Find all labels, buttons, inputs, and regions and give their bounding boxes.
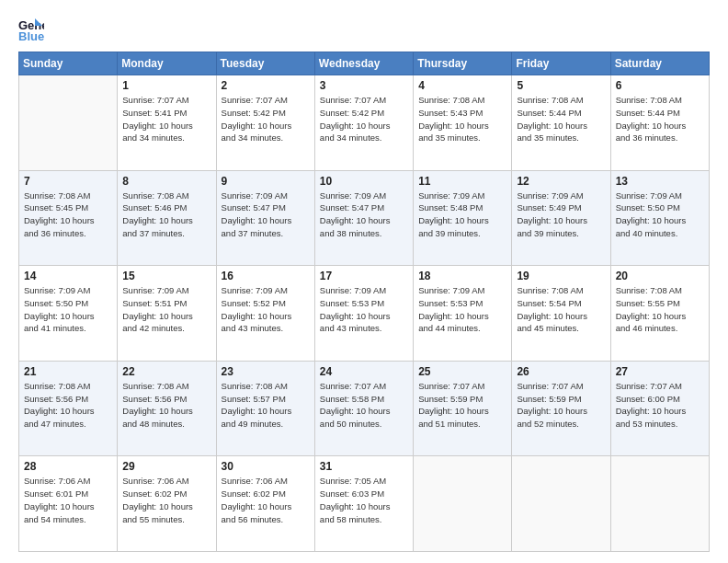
- day-number: 4: [418, 79, 506, 92]
- day-info: Sunrise: 7:07 AM Sunset: 5:42 PM Dayligh…: [320, 94, 408, 144]
- day-number: 31: [320, 460, 408, 473]
- day-info: Sunrise: 7:07 AM Sunset: 6:00 PM Dayligh…: [616, 380, 704, 431]
- calendar-row-3: 14Sunrise: 7:09 AM Sunset: 5:50 PM Dayli…: [19, 266, 710, 362]
- calendar-cell: 7Sunrise: 7:08 AM Sunset: 5:45 PM Daylig…: [19, 170, 118, 266]
- day-number: 2: [222, 79, 310, 92]
- weekday-header-friday: Friday: [512, 52, 610, 75]
- page: General Blue SundayMondayTuesdayWednesda…: [0, 0, 728, 563]
- day-info: Sunrise: 7:09 AM Sunset: 5:50 PM Dayligh…: [24, 284, 112, 335]
- calendar-row-4: 21Sunrise: 7:08 AM Sunset: 5:56 PM Dayli…: [19, 361, 710, 456]
- calendar-cell: 2Sunrise: 7:07 AM Sunset: 5:42 PM Daylig…: [216, 75, 314, 171]
- weekday-header-sunday: Sunday: [19, 52, 118, 75]
- day-number: 30: [222, 460, 310, 473]
- calendar-cell: [610, 456, 709, 552]
- day-info: Sunrise: 7:08 AM Sunset: 5:44 PM Dayligh…: [616, 94, 704, 144]
- day-info: Sunrise: 7:06 AM Sunset: 6:02 PM Dayligh…: [222, 475, 310, 525]
- calendar-cell: 5Sunrise: 7:08 AM Sunset: 5:44 PM Daylig…: [512, 75, 610, 171]
- day-number: 12: [517, 175, 605, 188]
- calendar-row-2: 7Sunrise: 7:08 AM Sunset: 5:45 PM Daylig…: [19, 170, 710, 266]
- calendar-cell: 16Sunrise: 7:09 AM Sunset: 5:52 PM Dayli…: [216, 266, 314, 362]
- calendar-cell: [512, 456, 610, 552]
- svg-text:Blue: Blue: [18, 29, 44, 42]
- day-number: 20: [616, 270, 704, 282]
- day-number: 1: [122, 79, 210, 92]
- day-number: 19: [517, 270, 605, 282]
- calendar-row-1: 1Sunrise: 7:07 AM Sunset: 5:41 PM Daylig…: [19, 75, 710, 171]
- day-info: Sunrise: 7:07 AM Sunset: 5:41 PM Dayligh…: [122, 94, 210, 144]
- calendar-cell: 3Sunrise: 7:07 AM Sunset: 5:42 PM Daylig…: [314, 75, 413, 171]
- weekday-header-monday: Monday: [118, 52, 216, 75]
- day-info: Sunrise: 7:09 AM Sunset: 5:47 PM Dayligh…: [320, 190, 408, 240]
- calendar-cell: 23Sunrise: 7:08 AM Sunset: 5:57 PM Dayli…: [216, 361, 314, 456]
- day-info: Sunrise: 7:08 AM Sunset: 5:57 PM Dayligh…: [222, 380, 310, 431]
- calendar-table: SundayMondayTuesdayWednesdayThursdayFrid…: [18, 52, 710, 552]
- calendar-cell: 14Sunrise: 7:09 AM Sunset: 5:50 PM Dayli…: [19, 266, 118, 362]
- day-info: Sunrise: 7:06 AM Sunset: 6:02 PM Dayligh…: [122, 475, 210, 525]
- calendar-cell: 11Sunrise: 7:09 AM Sunset: 5:48 PM Dayli…: [414, 170, 512, 266]
- day-info: Sunrise: 7:08 AM Sunset: 5:45 PM Dayligh…: [24, 190, 112, 240]
- day-info: Sunrise: 7:09 AM Sunset: 5:50 PM Dayligh…: [616, 190, 704, 240]
- day-info: Sunrise: 7:05 AM Sunset: 6:03 PM Dayligh…: [320, 475, 408, 525]
- day-number: 23: [222, 365, 310, 378]
- day-number: 18: [418, 270, 506, 282]
- day-info: Sunrise: 7:07 AM Sunset: 5:58 PM Dayligh…: [320, 380, 408, 431]
- calendar-cell: 17Sunrise: 7:09 AM Sunset: 5:53 PM Dayli…: [314, 266, 413, 362]
- day-info: Sunrise: 7:09 AM Sunset: 5:47 PM Dayligh…: [222, 190, 310, 240]
- calendar-cell: 24Sunrise: 7:07 AM Sunset: 5:58 PM Dayli…: [314, 361, 413, 456]
- logo-icon: General Blue: [18, 17, 44, 42]
- weekday-header-wednesday: Wednesday: [314, 52, 413, 75]
- day-info: Sunrise: 7:09 AM Sunset: 5:48 PM Dayligh…: [418, 190, 506, 240]
- day-info: Sunrise: 7:09 AM Sunset: 5:53 PM Dayligh…: [418, 284, 506, 335]
- weekday-header-thursday: Thursday: [414, 52, 512, 75]
- day-number: 8: [122, 175, 210, 188]
- day-info: Sunrise: 7:08 AM Sunset: 5:43 PM Dayligh…: [418, 94, 506, 144]
- day-number: 10: [320, 175, 408, 188]
- day-number: 16: [222, 270, 310, 282]
- day-number: 29: [122, 460, 210, 473]
- day-info: Sunrise: 7:06 AM Sunset: 6:01 PM Dayligh…: [24, 475, 112, 525]
- day-number: 14: [24, 270, 112, 282]
- calendar-cell: 18Sunrise: 7:09 AM Sunset: 5:53 PM Dayli…: [414, 266, 512, 362]
- day-number: 5: [517, 79, 605, 92]
- day-number: 11: [418, 175, 506, 188]
- calendar-cell: 8Sunrise: 7:08 AM Sunset: 5:46 PM Daylig…: [118, 170, 216, 266]
- calendar-cell: 9Sunrise: 7:09 AM Sunset: 5:47 PM Daylig…: [216, 170, 314, 266]
- day-number: 27: [616, 365, 704, 378]
- day-number: 25: [418, 365, 506, 378]
- calendar-cell: 15Sunrise: 7:09 AM Sunset: 5:51 PM Dayli…: [118, 266, 216, 362]
- day-info: Sunrise: 7:08 AM Sunset: 5:46 PM Dayligh…: [122, 190, 210, 240]
- day-number: 22: [122, 365, 210, 378]
- day-number: 26: [517, 365, 605, 378]
- calendar-cell: 22Sunrise: 7:08 AM Sunset: 5:56 PM Dayli…: [118, 361, 216, 456]
- calendar-cell: 25Sunrise: 7:07 AM Sunset: 5:59 PM Dayli…: [414, 361, 512, 456]
- day-number: 13: [616, 175, 704, 188]
- calendar-cell: 13Sunrise: 7:09 AM Sunset: 5:50 PM Dayli…: [610, 170, 709, 266]
- day-number: 6: [616, 79, 704, 92]
- calendar-cell: 20Sunrise: 7:08 AM Sunset: 5:55 PM Dayli…: [610, 266, 709, 362]
- day-info: Sunrise: 7:08 AM Sunset: 5:55 PM Dayligh…: [616, 284, 704, 335]
- day-info: Sunrise: 7:09 AM Sunset: 5:53 PM Dayligh…: [320, 284, 408, 335]
- day-number: 3: [320, 79, 408, 92]
- day-number: 17: [320, 270, 408, 282]
- day-number: 15: [122, 270, 210, 282]
- day-info: Sunrise: 7:08 AM Sunset: 5:44 PM Dayligh…: [517, 94, 605, 144]
- day-info: Sunrise: 7:08 AM Sunset: 5:56 PM Dayligh…: [24, 380, 112, 431]
- calendar-cell: 1Sunrise: 7:07 AM Sunset: 5:41 PM Daylig…: [118, 75, 216, 171]
- calendar-body: 1Sunrise: 7:07 AM Sunset: 5:41 PM Daylig…: [19, 75, 710, 552]
- calendar-cell: 4Sunrise: 7:08 AM Sunset: 5:43 PM Daylig…: [414, 75, 512, 171]
- calendar-cell: [414, 456, 512, 552]
- calendar-cell: 21Sunrise: 7:08 AM Sunset: 5:56 PM Dayli…: [19, 361, 118, 456]
- calendar-cell: [19, 75, 118, 171]
- weekday-header-saturday: Saturday: [610, 52, 709, 75]
- day-info: Sunrise: 7:07 AM Sunset: 5:59 PM Dayligh…: [517, 380, 605, 431]
- logo: General Blue: [18, 17, 48, 42]
- calendar-cell: 10Sunrise: 7:09 AM Sunset: 5:47 PM Dayli…: [314, 170, 413, 266]
- calendar-header-row: SundayMondayTuesdayWednesdayThursdayFrid…: [19, 52, 710, 75]
- calendar-cell: 27Sunrise: 7:07 AM Sunset: 6:00 PM Dayli…: [610, 361, 709, 456]
- calendar-cell: 29Sunrise: 7:06 AM Sunset: 6:02 PM Dayli…: [118, 456, 216, 552]
- calendar-cell: 19Sunrise: 7:08 AM Sunset: 5:54 PM Dayli…: [512, 266, 610, 362]
- day-info: Sunrise: 7:08 AM Sunset: 5:54 PM Dayligh…: [517, 284, 605, 335]
- calendar-cell: 31Sunrise: 7:05 AM Sunset: 6:03 PM Dayli…: [314, 456, 413, 552]
- day-number: 24: [320, 365, 408, 378]
- day-info: Sunrise: 7:09 AM Sunset: 5:51 PM Dayligh…: [122, 284, 210, 335]
